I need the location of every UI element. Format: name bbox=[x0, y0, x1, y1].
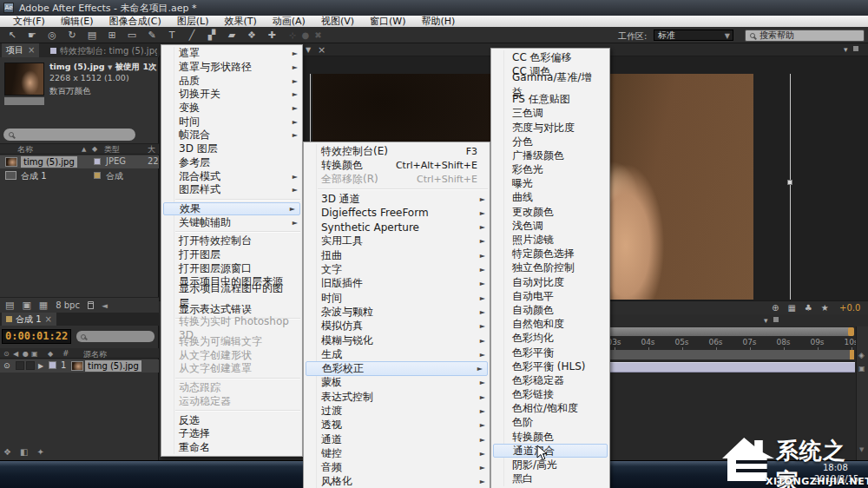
layer-name-selected[interactable]: timg (5).jpg bbox=[85, 360, 141, 372]
menu-item[interactable]: 子选择 bbox=[161, 427, 302, 441]
interpret-footage-icon[interactable]: ▤ bbox=[5, 300, 14, 311]
close-icon[interactable]: × bbox=[45, 314, 52, 324]
flowchart-icon[interactable]: ♣ bbox=[805, 303, 812, 313]
menu-item[interactable]: 反选 bbox=[161, 413, 302, 427]
menubar-item[interactable]: 图像合成(C) bbox=[101, 16, 168, 27]
close-icon[interactable]: × bbox=[28, 43, 35, 57]
transparency-grid-icon[interactable]: ▦ bbox=[787, 303, 795, 313]
menu-item[interactable]: 转换为实时 Photoshop 3D bbox=[161, 321, 302, 335]
menu-item[interactable]: 打开图层源窗口 bbox=[161, 261, 302, 275]
time-navigator-bar[interactable] bbox=[597, 327, 854, 336]
menubar-item[interactable]: 窗口(W) bbox=[362, 16, 413, 27]
right-guide-line[interactable] bbox=[790, 74, 791, 300]
panel-menu-box[interactable] bbox=[773, 317, 779, 322]
exposure-icon[interactable]: ★ bbox=[821, 303, 829, 313]
menu-item[interactable]: 蒙板► bbox=[304, 376, 490, 390]
pen-tool-icon[interactable]: ✎ bbox=[143, 29, 161, 43]
menubar-item[interactable]: 图层(L) bbox=[169, 16, 217, 27]
menu-item[interactable]: 全部移除(R)Ctrl+Shift+E bbox=[304, 173, 490, 187]
timeline-toggle-icon[interactable]: ✦ bbox=[36, 447, 43, 457]
expand-arrow-icon[interactable]: ▶ bbox=[38, 362, 43, 370]
label-color-chip[interactable] bbox=[94, 172, 101, 179]
menu-item[interactable]: 色彩链接 bbox=[491, 388, 609, 402]
tab-comp-1[interactable]: 合成 1 × bbox=[2, 313, 56, 326]
project-search-input[interactable] bbox=[3, 129, 135, 141]
menu-item[interactable]: 阴影/高光 bbox=[491, 458, 609, 472]
panel-menu-icon[interactable]: ▾ bbox=[844, 45, 848, 54]
zoom-tool-icon[interactable]: ◎ bbox=[43, 29, 61, 43]
menu-item[interactable]: 品质► bbox=[161, 74, 302, 88]
help-search-input[interactable]: 搜索帮助 bbox=[745, 30, 865, 42]
menu-item[interactable]: 模糊与锐化► bbox=[304, 333, 490, 347]
menu-item[interactable]: 自动对比度 bbox=[491, 275, 609, 289]
menu-item[interactable]: 分色 bbox=[491, 135, 609, 148]
shape-tool-icon[interactable]: ▭ bbox=[123, 29, 141, 43]
camera-icon[interactable]: ▣ bbox=[858, 365, 865, 373]
menu-item[interactable]: 色彩校正► bbox=[306, 361, 488, 375]
timeline-toggle-icon[interactable]: ◧ bbox=[20, 447, 28, 457]
brush-tool-icon[interactable]: ╱ bbox=[183, 29, 201, 43]
shield-icon[interactable]: ◈ bbox=[858, 351, 865, 359]
menu-item[interactable]: 色彩稳定器 bbox=[491, 373, 609, 387]
new-composition-icon[interactable]: ▦ bbox=[39, 300, 48, 311]
eraser-tool-icon[interactable]: ▰ bbox=[223, 29, 240, 43]
time-ruler[interactable]: 03s04s05s06s07s08s09s10s bbox=[597, 338, 868, 346]
layer-row[interactable]: ⊙ ▶ 1 timg (5).jpg bbox=[0, 359, 159, 373]
menu-item[interactable]: 通道► bbox=[304, 432, 490, 446]
menu-item[interactable]: 色彩均化 bbox=[491, 332, 609, 346]
menu-item[interactable]: 过渡► bbox=[304, 404, 490, 418]
work-area-bar[interactable] bbox=[597, 350, 854, 359]
layer-color-chip[interactable] bbox=[49, 361, 56, 369]
pan-behind-tool-icon[interactable]: ⊞ bbox=[103, 29, 121, 43]
menu-item[interactable]: 显示项目流程图中的图层 bbox=[161, 289, 302, 303]
menu-item[interactable]: Synthetic Aperture► bbox=[304, 220, 490, 234]
menu-item[interactable]: 实用工具► bbox=[304, 234, 490, 248]
label-color-chip[interactable] bbox=[94, 158, 101, 165]
panel-menu-box[interactable] bbox=[853, 46, 858, 51]
menu-item[interactable]: 模拟仿真► bbox=[304, 320, 490, 333]
menu-item[interactable]: 自动颜色 bbox=[491, 303, 609, 317]
hand-tool-icon[interactable]: ☛ bbox=[23, 29, 41, 43]
menu-item[interactable]: 时间► bbox=[161, 115, 302, 129]
region-of-interest-icon[interactable]: ⊕ bbox=[772, 303, 779, 313]
timecode-box[interactable]: 0:00:01:22 bbox=[2, 329, 71, 344]
menu-item[interactable]: 扭曲► bbox=[304, 248, 490, 262]
menu-item[interactable]: 变换► bbox=[161, 102, 302, 115]
menubar-item[interactable]: 帮助(H) bbox=[413, 16, 463, 27]
column-name[interactable]: 名称 bbox=[17, 144, 33, 155]
menu-item[interactable]: 广播级颜色 bbox=[491, 148, 609, 162]
row-name-selected[interactable]: timg (5).jpg bbox=[21, 156, 77, 168]
trash-icon[interactable] bbox=[88, 301, 94, 309]
collapse-icon[interactable]: ◄ bbox=[102, 301, 108, 310]
menu-item[interactable]: 曲线 bbox=[491, 191, 609, 205]
menu-item[interactable]: 透视► bbox=[304, 419, 490, 432]
menu-item[interactable]: 时间► bbox=[304, 291, 490, 305]
menu-item[interactable]: Gamma/基准/增益 bbox=[491, 78, 609, 92]
rotate-tool-icon[interactable]: ↻ bbox=[63, 29, 81, 43]
menubar-item[interactable]: 效果(T) bbox=[216, 16, 264, 27]
workspace-select[interactable]: 标准 ▼ bbox=[654, 30, 733, 41]
menu-item[interactable]: 亮度与对比度 bbox=[491, 121, 609, 135]
tag-icon[interactable]: ◆ bbox=[92, 144, 97, 155]
menu-item[interactable]: 特定颜色选择 bbox=[491, 247, 609, 261]
menu-item[interactable]: 照片滤镜 bbox=[491, 233, 609, 247]
audio-toggle[interactable] bbox=[16, 361, 24, 370]
menu-item[interactable]: 音频► bbox=[304, 461, 490, 475]
menu-item[interactable]: 运动稳定器 bbox=[161, 395, 302, 409]
current-timecode[interactable]: 0:00:01:22 bbox=[3, 330, 70, 343]
new-folder-icon[interactable]: ▣ bbox=[22, 300, 30, 311]
menu-item[interactable]: 浅色调 bbox=[491, 219, 609, 233]
menu-item[interactable]: 杂波与颗粒► bbox=[304, 305, 490, 319]
camera-tool-icon[interactable]: ▤ bbox=[83, 29, 101, 43]
menu-item[interactable]: CC 色彩偏移 bbox=[491, 50, 609, 64]
tab-effect-controls[interactable]: 特效控制台: timg (5).jpg bbox=[60, 45, 157, 57]
panel-menu-icon[interactable]: ▾ bbox=[764, 316, 768, 325]
menu-item[interactable]: 参考层 bbox=[161, 156, 302, 170]
menu-item[interactable]: 通道混合 bbox=[493, 444, 608, 458]
menu-item[interactable]: 遮罩与形状路径► bbox=[161, 61, 302, 75]
menu-item[interactable]: 色相位/饱和度 bbox=[491, 402, 609, 416]
menu-item[interactable]: 3D 图层 bbox=[161, 142, 302, 156]
chevron-down-icon[interactable]: ▼ bbox=[306, 46, 311, 54]
menu-item[interactable]: 色彩平衡 (HLS) bbox=[491, 359, 609, 373]
menu-item[interactable]: 风格化► bbox=[304, 475, 490, 488]
